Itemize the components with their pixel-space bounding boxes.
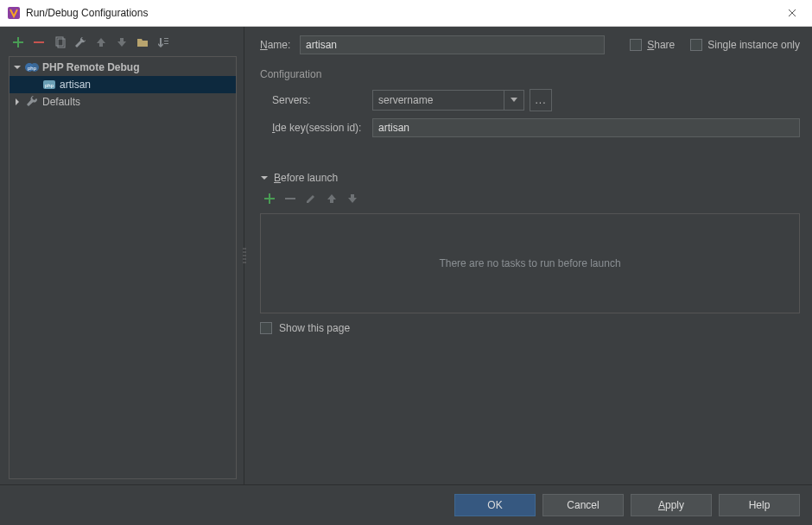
- svg-text:php: php: [45, 83, 54, 88]
- arrow-down-icon: [346, 193, 358, 205]
- ide-key-row: Ide key(session id):: [272, 118, 800, 137]
- tasks-list[interactable]: There are no tasks to run before launch: [260, 213, 800, 313]
- configuration-form: Servers: servername ...: [260, 89, 800, 144]
- sort-button[interactable]: [154, 33, 173, 52]
- ok-button[interactable]: OK: [454, 494, 536, 516]
- php-config-icon: php: [42, 78, 56, 92]
- task-edit-button[interactable]: [301, 189, 320, 208]
- arrow-up-icon: [326, 193, 338, 205]
- close-icon: [788, 9, 796, 17]
- minus-icon: [33, 36, 45, 48]
- svg-point-15: [243, 258, 244, 260]
- configuration-section-title: Configuration: [260, 68, 800, 80]
- move-up-button[interactable]: [92, 33, 111, 52]
- checkbox-icon: [260, 322, 272, 334]
- move-down-button[interactable]: [112, 33, 131, 52]
- arrow-up-icon: [95, 36, 107, 48]
- single-instance-checkbox[interactable]: Single instance only: [690, 39, 800, 51]
- task-up-button[interactable]: [322, 189, 341, 208]
- twisty-down-icon: [13, 63, 22, 72]
- folder-button[interactable]: [133, 33, 152, 52]
- svg-point-12: [244, 251, 246, 253]
- tree-label: artisan: [60, 79, 91, 91]
- copy-icon: [54, 36, 66, 48]
- task-remove-button[interactable]: [281, 189, 300, 208]
- svg-point-18: [244, 262, 246, 263]
- wrench-icon: [74, 36, 86, 48]
- plus-icon: [263, 193, 276, 205]
- edit-defaults-button[interactable]: [71, 33, 90, 52]
- sort-az-icon: [157, 36, 169, 48]
- tree-node-php-remote-debug[interactable]: php PHP Remote Debug: [10, 59, 236, 76]
- dialog-body: php PHP Remote Debug php artisan: [0, 27, 812, 525]
- titlebar: Run/Debug Configurations: [0, 0, 812, 27]
- servers-browse-button[interactable]: ...: [530, 89, 552, 111]
- task-down-button[interactable]: [343, 189, 362, 208]
- svg-point-17: [243, 262, 244, 263]
- run-debug-config-window: Run/Debug Configurations: [0, 0, 812, 525]
- svg-point-9: [243, 248, 244, 250]
- task-add-button[interactable]: [260, 189, 279, 208]
- php-debug-icon: php: [25, 60, 39, 74]
- servers-row: Servers: servername ...: [272, 89, 800, 111]
- twisty-down-icon: [260, 174, 269, 182]
- tree-label: PHP Remote Debug: [42, 61, 139, 73]
- before-launch-label: Before launch: [274, 172, 338, 184]
- pencil-icon: [305, 193, 317, 205]
- ide-key-input[interactable]: [372, 118, 800, 137]
- tree-node-defaults[interactable]: Defaults: [10, 93, 236, 111]
- servers-dropdown[interactable]: servername: [372, 90, 524, 111]
- arrow-down-icon: [116, 36, 128, 48]
- tree-label: Defaults: [42, 96, 80, 108]
- svg-rect-19: [285, 198, 295, 199]
- checkbox-icon: [630, 39, 642, 51]
- twisty-right-icon: [13, 98, 22, 106]
- tree-node-artisan[interactable]: php artisan: [10, 76, 236, 93]
- name-input[interactable]: [300, 35, 605, 54]
- dialog-footer: OK Cancel Apply Help: [0, 484, 812, 525]
- panel-splitter[interactable]: [242, 27, 247, 484]
- options-group: Share Single instance only: [630, 39, 800, 51]
- remove-config-button[interactable]: [29, 33, 48, 52]
- svg-point-16: [244, 258, 246, 260]
- help-button[interactable]: Help: [719, 494, 800, 516]
- wrench-icon: [25, 95, 39, 109]
- config-tree[interactable]: php PHP Remote Debug php artisan: [9, 56, 237, 479]
- apply-button[interactable]: Apply: [631, 494, 712, 516]
- svg-point-14: [244, 255, 246, 256]
- no-tasks-label: There are no tasks to run before launch: [439, 257, 620, 269]
- servers-selected: servername: [378, 94, 433, 106]
- servers-label: Servers:: [272, 94, 372, 106]
- main-area: php PHP Remote Debug php artisan: [0, 27, 812, 484]
- ellipsis-icon: ...: [535, 94, 546, 106]
- before-launch-header[interactable]: Before launch: [260, 172, 800, 184]
- before-launch-toolbar: [260, 189, 800, 208]
- window-title: Run/Debug Configurations: [26, 7, 772, 19]
- name-row: Name: Share Single instance only: [260, 35, 800, 54]
- svg-rect-1: [34, 41, 44, 43]
- name-label: Name:: [260, 39, 300, 51]
- share-label: Share: [647, 39, 675, 51]
- copy-config-button[interactable]: [50, 33, 69, 52]
- svg-point-13: [243, 255, 244, 256]
- cancel-button[interactable]: Cancel: [542, 494, 624, 516]
- grip-icon: [243, 247, 246, 264]
- share-checkbox[interactable]: Share: [630, 39, 675, 51]
- left-panel: php PHP Remote Debug php artisan: [0, 27, 244, 484]
- folder-icon: [136, 36, 149, 48]
- plus-icon: [12, 36, 24, 48]
- show-this-page-checkbox[interactable]: Show this page: [260, 322, 800, 334]
- chevron-down-icon: [504, 91, 523, 110]
- add-config-button[interactable]: [9, 33, 28, 52]
- checkbox-icon: [690, 39, 702, 51]
- minus-icon: [284, 193, 296, 205]
- svg-point-11: [243, 251, 244, 253]
- tree-root: php PHP Remote Debug php artisan: [10, 57, 236, 111]
- ide-key-label: Ide key(session id):: [272, 122, 372, 134]
- right-panel: Name: Share Single instance only Config: [250, 27, 812, 484]
- single-instance-label: Single instance only: [707, 39, 800, 51]
- svg-point-10: [244, 248, 246, 250]
- svg-text:php: php: [28, 66, 37, 71]
- before-launch-section: Before launch: [260, 172, 800, 334]
- window-close-button[interactable]: [772, 0, 812, 26]
